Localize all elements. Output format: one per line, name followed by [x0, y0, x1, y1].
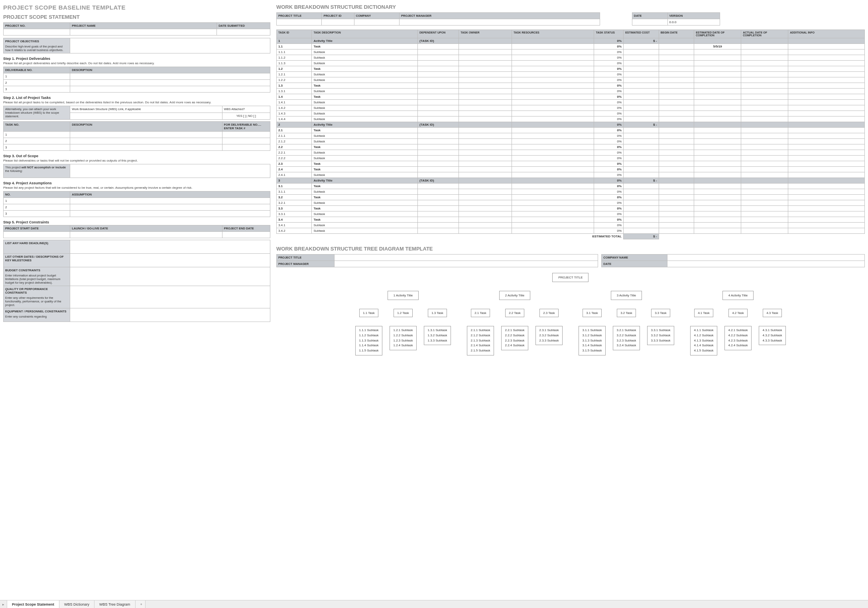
step4-hint: Please list any project factors that wil…	[3, 186, 270, 190]
dict-table: TASK IDTASK DESCRIPTIONDEPENDENT UPONTAS…	[276, 30, 865, 239]
out-of-scope-table: This project will NOT accomplish or incl…	[3, 164, 270, 178]
deliverables-table: DELIVERABLE NO.DESCRIPTION 1 2 3	[3, 67, 270, 93]
step2-hint: Please list all project tasks to be comp…	[3, 101, 270, 104]
dict-title: WORK BREAKDOWN STRUCTURE DICTIONARY	[276, 4, 865, 10]
scope-header-table: PROJECT NO. PROJECT NAME DATE SUBMITTED	[3, 22, 270, 36]
assumptions-table: NO.ASSUMPTION 1 2 3	[3, 191, 270, 217]
step2-title: Step 2. List of Project Tasks	[3, 96, 270, 100]
step5-title: Step 5. Project Constraints	[3, 220, 270, 224]
objectives-label: PROJECT OBJECTIVES	[5, 39, 68, 43]
step3-title: Step 3. Out of Scope	[3, 154, 270, 158]
col-datesubmitted: DATE SUBMITTED	[217, 23, 270, 29]
constraints-table: LIST ANY HARD DEADLINE(S) LIST OTHER DAT…	[3, 240, 270, 322]
tasks-table: TASK NO.DESCRIPTIONFOR DELIVERABLE NO.… …	[3, 121, 270, 151]
objectives-hint: Describe high-level goals of the project…	[5, 45, 68, 52]
step1-hint: Please list all project deliverables and…	[3, 61, 270, 65]
wbs-link-table: Alternatively, you can attach your work …	[3, 106, 270, 120]
tree-header-left: PROJECT TITLE PROJECT MANAGER	[276, 254, 598, 267]
tree-header-right: COMPANY NAME DATE	[601, 254, 865, 267]
step3-hint: Please list deliverables or tasks that w…	[3, 159, 270, 162]
objectives-table: PROJECT OBJECTIVES Describe high-level g…	[3, 38, 270, 53]
step1-title: Step 1. Project Deliverables	[3, 57, 270, 61]
col-projectname: PROJECT NAME	[70, 23, 217, 29]
dict-header-right: DATEVERSION 0.0.0	[632, 12, 720, 26]
tree-diagram: PROJECT TITLE1 Activity Title1.1 Task1.1…	[276, 267, 865, 355]
scope-title: PROJECT SCOPE STATEMENT	[3, 14, 270, 20]
dict-header-left: PROJECT TITLE PROJECT ID COMPANY PROJECT…	[276, 12, 600, 26]
col-projectno: PROJECT NO.	[4, 23, 70, 29]
tree-title: WORK BREAKDOWN STRUCTURE TREE DIAGRAM TE…	[276, 246, 865, 252]
constraints-dates-table: PROJECT START DATELAUNCH / GO-LIVE DATEP…	[3, 225, 270, 238]
step4-title: Step 4. Project Assumptions	[3, 181, 270, 185]
main-title: PROJECT SCOPE BASELINE TEMPLATE	[3, 4, 270, 11]
